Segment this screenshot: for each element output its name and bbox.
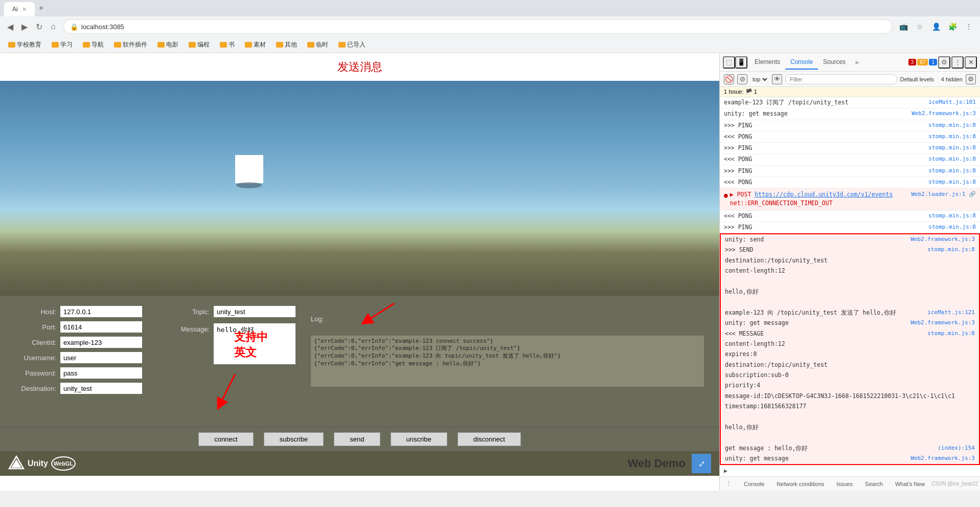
devtools-inspect-button[interactable]: ⬚ <box>723 56 735 69</box>
bookmark-item-9[interactable]: 临时 <box>303 39 332 50</box>
console-link[interactable]: stomp.min.js:8 <box>928 167 976 175</box>
block-link[interactable]: Web2.framework.js:3 <box>910 454 975 463</box>
console-link[interactable]: stomp.min.js:8 <box>928 144 976 152</box>
bookmark-item-6[interactable]: 书 <box>216 39 239 50</box>
console-link[interactable]: Web2.framework.js:3 <box>911 109 976 118</box>
block-text: unity: send <box>725 235 764 244</box>
subscribe-button[interactable]: subscribe <box>264 432 324 446</box>
send-button[interactable]: send <box>334 432 380 446</box>
tab-elements[interactable]: Elements <box>749 55 785 70</box>
console-link[interactable]: stomp.min.js:8 <box>928 155 976 164</box>
tab-sources[interactable]: Sources <box>818 55 851 70</box>
cast-button[interactable]: 📺 <box>896 19 910 34</box>
context-selector[interactable]: top <box>750 76 769 83</box>
back-button[interactable]: ◀ <box>4 20 16 33</box>
bookmark-item-2[interactable]: 导航 <box>79 39 108 50</box>
home-button[interactable]: ⌂ <box>47 20 59 33</box>
bookmark-item-7[interactable]: 素材 <box>241 39 270 50</box>
password-input[interactable] <box>60 367 142 379</box>
new-tab-button[interactable]: + <box>35 2 48 15</box>
console-link[interactable]: stomp.min.js:8 <box>928 212 976 221</box>
prompt-icon: ▶ <box>724 467 727 474</box>
log-section: Log: <box>311 306 704 387</box>
console-filter-button[interactable]: ⊘ <box>737 74 747 84</box>
block-link[interactable]: Web2.framework.js:3 <box>910 235 975 244</box>
menu-button[interactable]: ⋮ <box>962 19 976 34</box>
tab-close-icon[interactable]: ✕ <box>22 6 27 13</box>
devtools-more-button[interactable]: ⋮ <box>951 56 964 69</box>
default-levels-selector[interactable]: Default levels <box>900 76 934 82</box>
tab-console[interactable]: Console <box>785 55 818 70</box>
warning-badge: 67 <box>917 59 928 65</box>
block-link[interactable]: stomp.min.js:8 <box>927 329 975 338</box>
bookmark-item-4[interactable]: 电影 <box>153 39 183 50</box>
profile-button[interactable]: 👤 <box>929 19 943 34</box>
extension-button[interactable]: 🧩 <box>945 19 960 34</box>
unity-canvas <box>0 81 719 296</box>
devtools-device-button[interactable]: 📱 <box>735 56 747 69</box>
log-textarea[interactable] <box>311 336 704 387</box>
block-text: example-123 向 /topic/unity_test 发送了 hell… <box>725 308 896 317</box>
bookmark-item-3[interactable]: 软件插件 <box>110 39 151 50</box>
reload-button[interactable]: ↻ <box>33 20 45 33</box>
block-link[interactable]: iceMatt.js:121 <box>927 308 975 317</box>
console-link[interactable]: stomp.min.js:8 <box>928 133 976 141</box>
eye-icon[interactable]: 👁 <box>772 74 782 84</box>
bookmark-label-4: 电影 <box>166 40 178 49</box>
topic-input[interactable] <box>214 306 295 317</box>
clear-console-button[interactable]: 🚫 <box>724 74 734 84</box>
block-text: content-length:12 <box>725 267 785 274</box>
disconnect-button[interactable]: disconnect <box>458 432 521 446</box>
console-link[interactable]: Web2.loader.js:1 🔗 <box>911 190 976 199</box>
forward-button[interactable]: ▶ <box>18 20 31 33</box>
console-input[interactable] <box>730 467 976 474</box>
console-prompt-line[interactable]: ▶ <box>720 465 980 476</box>
unsubscribe-button[interactable]: unscribe <box>391 432 447 446</box>
console-link[interactable]: stomp.min.js:8 <box>928 178 976 187</box>
devtools-bottom-icon[interactable]: ⋮ <box>724 479 734 488</box>
console-link[interactable]: stomp.min.js:8 <box>928 121 976 130</box>
username-input[interactable] <box>60 352 142 363</box>
block-link[interactable]: stomp.min.js:8 <box>927 245 975 254</box>
console-link[interactable]: iceMatt.js:101 <box>928 98 976 107</box>
more-tabs-icon[interactable]: » <box>851 56 863 69</box>
tab-title: Ai <box>12 6 18 13</box>
bookmark-item-8[interactable]: 其他 <box>272 39 301 50</box>
bottom-tab-whatsnew[interactable]: What's New <box>893 480 927 488</box>
block-link[interactable]: Web2.framework.js:3 <box>910 318 975 327</box>
nav-buttons: ◀ ▶ ↻ ⌂ <box>4 20 59 33</box>
block-text: get message : hello,你好 <box>725 444 808 453</box>
clientid-input[interactable] <box>60 337 142 348</box>
destination-input[interactable] <box>60 383 142 394</box>
console-link[interactable]: stomp.min.js:8 <box>928 223 976 232</box>
connect-button[interactable]: connect <box>198 432 254 446</box>
bottom-tab-issues[interactable]: Issues <box>834 480 855 488</box>
bottom-tab-network[interactable]: Network conditions <box>774 480 826 488</box>
bookmark-label-3: 软件插件 <box>123 40 147 49</box>
block-link[interactable]: (index):154 <box>938 444 975 453</box>
filter-input[interactable] <box>785 74 897 84</box>
host-input[interactable] <box>60 306 142 317</box>
devtools-tabs-row: Elements Console Sources » <box>749 55 863 70</box>
bookmark-item-10[interactable]: 已导入 <box>334 39 370 50</box>
unity-text: Unity <box>28 459 48 468</box>
message-textarea[interactable]: hello,你好 <box>214 323 295 364</box>
console-settings-button[interactable]: ⚙ <box>966 74 976 84</box>
port-input[interactable] <box>60 321 142 333</box>
bookmark-item-5[interactable]: 编程 <box>185 39 214 50</box>
active-tab[interactable]: Ai ✕ <box>4 2 35 16</box>
expand-canvas-button[interactable]: ⤢ <box>692 454 711 473</box>
bookmark-item-1[interactable]: 学习 <box>48 39 77 50</box>
bottom-tab-search[interactable]: Search <box>863 480 885 488</box>
devtools-close-button[interactable]: ✕ <box>965 56 977 69</box>
address-bar[interactable]: 🔒 localhost:3085 <box>63 19 892 34</box>
block-text: timestamp:1681566328177 <box>725 403 806 410</box>
bottom-tab-console[interactable]: Console <box>742 480 766 488</box>
bookmark-item-0[interactable]: 学校教育 <box>4 39 45 50</box>
folder-icon <box>114 42 121 48</box>
block-text: hello,你好 <box>725 424 759 431</box>
block-text <box>725 434 728 441</box>
bookmark-button[interactable]: ☆ <box>913 19 927 34</box>
error-link[interactable]: https://cdp.cloud.unity3d.com/v1/events <box>755 191 893 198</box>
devtools-settings-button[interactable]: ⚙ <box>938 56 950 69</box>
